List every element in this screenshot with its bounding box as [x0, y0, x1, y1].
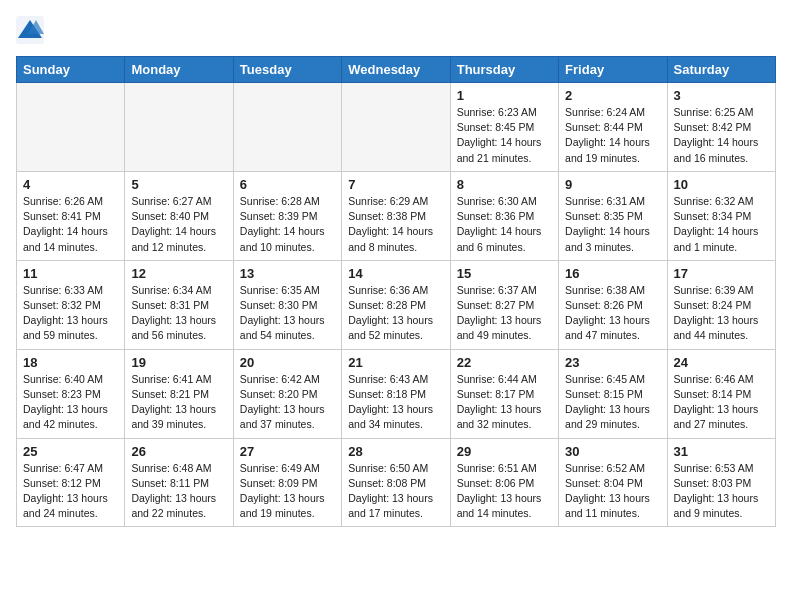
- weekday-header-wednesday: Wednesday: [342, 57, 450, 83]
- day-info: Sunrise: 6:44 AMSunset: 8:17 PMDaylight:…: [457, 372, 552, 433]
- empty-cell: [125, 83, 233, 172]
- day-info: Sunrise: 6:31 AMSunset: 8:35 PMDaylight:…: [565, 194, 660, 255]
- day-info: Sunrise: 6:34 AMSunset: 8:31 PMDaylight:…: [131, 283, 226, 344]
- day-cell-18: 18Sunrise: 6:40 AMSunset: 8:23 PMDayligh…: [17, 349, 125, 438]
- day-cell-25: 25Sunrise: 6:47 AMSunset: 8:12 PMDayligh…: [17, 438, 125, 527]
- logo: [16, 16, 48, 44]
- page-header: [16, 16, 776, 44]
- weekday-header-monday: Monday: [125, 57, 233, 83]
- day-info: Sunrise: 6:41 AMSunset: 8:21 PMDaylight:…: [131, 372, 226, 433]
- weekday-header-tuesday: Tuesday: [233, 57, 341, 83]
- day-number: 2: [565, 88, 660, 103]
- day-cell-3: 3Sunrise: 6:25 AMSunset: 8:42 PMDaylight…: [667, 83, 775, 172]
- day-cell-7: 7Sunrise: 6:29 AMSunset: 8:38 PMDaylight…: [342, 171, 450, 260]
- day-number: 18: [23, 355, 118, 370]
- day-cell-2: 2Sunrise: 6:24 AMSunset: 8:44 PMDaylight…: [559, 83, 667, 172]
- day-cell-16: 16Sunrise: 6:38 AMSunset: 8:26 PMDayligh…: [559, 260, 667, 349]
- day-number: 21: [348, 355, 443, 370]
- day-number: 28: [348, 444, 443, 459]
- day-cell-15: 15Sunrise: 6:37 AMSunset: 8:27 PMDayligh…: [450, 260, 558, 349]
- day-cell-17: 17Sunrise: 6:39 AMSunset: 8:24 PMDayligh…: [667, 260, 775, 349]
- weekday-header-row: SundayMondayTuesdayWednesdayThursdayFrid…: [17, 57, 776, 83]
- day-number: 23: [565, 355, 660, 370]
- empty-cell: [17, 83, 125, 172]
- day-cell-21: 21Sunrise: 6:43 AMSunset: 8:18 PMDayligh…: [342, 349, 450, 438]
- day-cell-14: 14Sunrise: 6:36 AMSunset: 8:28 PMDayligh…: [342, 260, 450, 349]
- day-number: 5: [131, 177, 226, 192]
- day-info: Sunrise: 6:49 AMSunset: 8:09 PMDaylight:…: [240, 461, 335, 522]
- day-cell-26: 26Sunrise: 6:48 AMSunset: 8:11 PMDayligh…: [125, 438, 233, 527]
- day-number: 31: [674, 444, 769, 459]
- day-cell-11: 11Sunrise: 6:33 AMSunset: 8:32 PMDayligh…: [17, 260, 125, 349]
- day-info: Sunrise: 6:42 AMSunset: 8:20 PMDaylight:…: [240, 372, 335, 433]
- day-cell-20: 20Sunrise: 6:42 AMSunset: 8:20 PMDayligh…: [233, 349, 341, 438]
- day-number: 16: [565, 266, 660, 281]
- day-number: 30: [565, 444, 660, 459]
- week-row-2: 4Sunrise: 6:26 AMSunset: 8:41 PMDaylight…: [17, 171, 776, 260]
- day-cell-23: 23Sunrise: 6:45 AMSunset: 8:15 PMDayligh…: [559, 349, 667, 438]
- day-info: Sunrise: 6:53 AMSunset: 8:03 PMDaylight:…: [674, 461, 769, 522]
- day-info: Sunrise: 6:39 AMSunset: 8:24 PMDaylight:…: [674, 283, 769, 344]
- weekday-header-thursday: Thursday: [450, 57, 558, 83]
- day-number: 11: [23, 266, 118, 281]
- empty-cell: [233, 83, 341, 172]
- day-info: Sunrise: 6:48 AMSunset: 8:11 PMDaylight:…: [131, 461, 226, 522]
- day-number: 27: [240, 444, 335, 459]
- day-cell-31: 31Sunrise: 6:53 AMSunset: 8:03 PMDayligh…: [667, 438, 775, 527]
- day-info: Sunrise: 6:45 AMSunset: 8:15 PMDaylight:…: [565, 372, 660, 433]
- day-info: Sunrise: 6:30 AMSunset: 8:36 PMDaylight:…: [457, 194, 552, 255]
- day-cell-27: 27Sunrise: 6:49 AMSunset: 8:09 PMDayligh…: [233, 438, 341, 527]
- day-cell-30: 30Sunrise: 6:52 AMSunset: 8:04 PMDayligh…: [559, 438, 667, 527]
- day-cell-6: 6Sunrise: 6:28 AMSunset: 8:39 PMDaylight…: [233, 171, 341, 260]
- day-cell-12: 12Sunrise: 6:34 AMSunset: 8:31 PMDayligh…: [125, 260, 233, 349]
- day-info: Sunrise: 6:40 AMSunset: 8:23 PMDaylight:…: [23, 372, 118, 433]
- day-info: Sunrise: 6:36 AMSunset: 8:28 PMDaylight:…: [348, 283, 443, 344]
- day-info: Sunrise: 6:32 AMSunset: 8:34 PMDaylight:…: [674, 194, 769, 255]
- day-number: 22: [457, 355, 552, 370]
- day-info: Sunrise: 6:51 AMSunset: 8:06 PMDaylight:…: [457, 461, 552, 522]
- day-number: 19: [131, 355, 226, 370]
- day-number: 17: [674, 266, 769, 281]
- day-number: 9: [565, 177, 660, 192]
- day-info: Sunrise: 6:29 AMSunset: 8:38 PMDaylight:…: [348, 194, 443, 255]
- day-number: 26: [131, 444, 226, 459]
- day-number: 14: [348, 266, 443, 281]
- week-row-1: 1Sunrise: 6:23 AMSunset: 8:45 PMDaylight…: [17, 83, 776, 172]
- weekday-header-friday: Friday: [559, 57, 667, 83]
- day-info: Sunrise: 6:52 AMSunset: 8:04 PMDaylight:…: [565, 461, 660, 522]
- day-info: Sunrise: 6:28 AMSunset: 8:39 PMDaylight:…: [240, 194, 335, 255]
- day-number: 4: [23, 177, 118, 192]
- day-number: 15: [457, 266, 552, 281]
- day-info: Sunrise: 6:24 AMSunset: 8:44 PMDaylight:…: [565, 105, 660, 166]
- week-row-4: 18Sunrise: 6:40 AMSunset: 8:23 PMDayligh…: [17, 349, 776, 438]
- calendar-table: SundayMondayTuesdayWednesdayThursdayFrid…: [16, 56, 776, 527]
- day-info: Sunrise: 6:37 AMSunset: 8:27 PMDaylight:…: [457, 283, 552, 344]
- day-info: Sunrise: 6:33 AMSunset: 8:32 PMDaylight:…: [23, 283, 118, 344]
- logo-icon: [16, 16, 44, 44]
- week-row-3: 11Sunrise: 6:33 AMSunset: 8:32 PMDayligh…: [17, 260, 776, 349]
- day-info: Sunrise: 6:25 AMSunset: 8:42 PMDaylight:…: [674, 105, 769, 166]
- day-info: Sunrise: 6:50 AMSunset: 8:08 PMDaylight:…: [348, 461, 443, 522]
- day-cell-22: 22Sunrise: 6:44 AMSunset: 8:17 PMDayligh…: [450, 349, 558, 438]
- day-number: 12: [131, 266, 226, 281]
- weekday-header-saturday: Saturday: [667, 57, 775, 83]
- day-info: Sunrise: 6:43 AMSunset: 8:18 PMDaylight:…: [348, 372, 443, 433]
- day-info: Sunrise: 6:27 AMSunset: 8:40 PMDaylight:…: [131, 194, 226, 255]
- day-number: 29: [457, 444, 552, 459]
- day-info: Sunrise: 6:38 AMSunset: 8:26 PMDaylight:…: [565, 283, 660, 344]
- day-cell-10: 10Sunrise: 6:32 AMSunset: 8:34 PMDayligh…: [667, 171, 775, 260]
- day-cell-29: 29Sunrise: 6:51 AMSunset: 8:06 PMDayligh…: [450, 438, 558, 527]
- day-number: 25: [23, 444, 118, 459]
- day-cell-4: 4Sunrise: 6:26 AMSunset: 8:41 PMDaylight…: [17, 171, 125, 260]
- day-number: 6: [240, 177, 335, 192]
- day-cell-5: 5Sunrise: 6:27 AMSunset: 8:40 PMDaylight…: [125, 171, 233, 260]
- day-info: Sunrise: 6:46 AMSunset: 8:14 PMDaylight:…: [674, 372, 769, 433]
- day-number: 3: [674, 88, 769, 103]
- day-number: 8: [457, 177, 552, 192]
- day-number: 24: [674, 355, 769, 370]
- day-number: 20: [240, 355, 335, 370]
- day-info: Sunrise: 6:26 AMSunset: 8:41 PMDaylight:…: [23, 194, 118, 255]
- day-cell-8: 8Sunrise: 6:30 AMSunset: 8:36 PMDaylight…: [450, 171, 558, 260]
- day-cell-28: 28Sunrise: 6:50 AMSunset: 8:08 PMDayligh…: [342, 438, 450, 527]
- day-number: 1: [457, 88, 552, 103]
